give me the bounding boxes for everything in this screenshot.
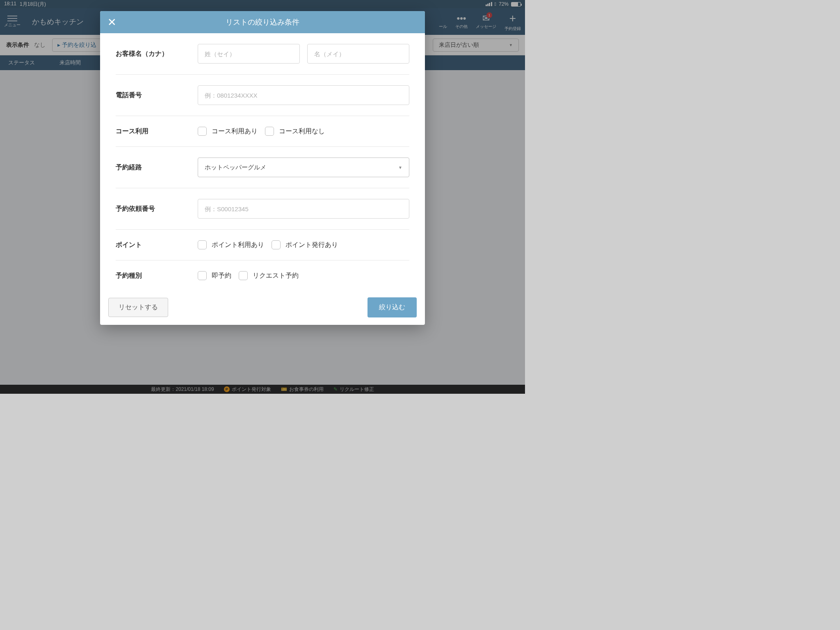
reset-button[interactable]: リセットする [108, 298, 168, 317]
checkbox-icon [198, 240, 207, 249]
row-customer-name: お客様名（カナ） [116, 33, 409, 75]
checkbox-icon [198, 271, 207, 280]
row-request-no: 予約依頼番号 [116, 188, 409, 230]
route-label: 予約経路 [116, 163, 198, 172]
course-label: コース利用 [116, 127, 198, 136]
course-yes-checkbox[interactable]: コース利用あり [198, 127, 258, 136]
type-instant-checkbox[interactable]: 即予約 [198, 271, 231, 280]
row-phone: 電話番号 [116, 75, 409, 116]
surname-input[interactable] [198, 44, 300, 64]
row-course: コース利用 コース利用あり コース利用なし [116, 116, 409, 147]
phone-input[interactable] [198, 85, 409, 105]
filter-modal: ✕ リストの絞り込み条件 お客様名（カナ） 電話番号 コース利用 コース利用あり [100, 11, 425, 325]
checkbox-icon [265, 127, 274, 136]
checkbox-icon [198, 127, 207, 136]
row-route: 予約経路 ホットペッパーグルメ [116, 147, 409, 188]
row-points: ポイント ポイント利用あり ポイント発行あり [116, 230, 409, 260]
modal-title: リストの絞り込み条件 [226, 17, 299, 27]
row-type: 予約種別 即予約 リクエスト予約 [116, 260, 409, 291]
checkbox-icon [239, 271, 248, 280]
points-label: ポイント [116, 241, 198, 249]
modal-body: お客様名（カナ） 電話番号 コース利用 コース利用あり コース利用なし [100, 33, 425, 291]
apply-button[interactable]: 絞り込む [368, 297, 417, 317]
checkbox-icon [272, 240, 281, 249]
request-no-input[interactable] [198, 199, 409, 219]
modal-header: ✕ リストの絞り込み条件 [100, 11, 425, 33]
type-label: 予約種別 [116, 272, 198, 280]
course-no-checkbox[interactable]: コース利用なし [265, 127, 325, 136]
close-button[interactable]: ✕ [107, 16, 116, 29]
type-request-checkbox[interactable]: リクエスト予約 [239, 271, 299, 280]
firstname-input[interactable] [307, 44, 409, 64]
points-issue-checkbox[interactable]: ポイント発行あり [272, 240, 338, 249]
modal-footer: リセットする 絞り込む [100, 291, 425, 325]
customer-name-label: お客様名（カナ） [116, 50, 198, 58]
route-select[interactable]: ホットペッパーグルメ [198, 158, 409, 177]
points-use-checkbox[interactable]: ポイント利用あり [198, 240, 264, 249]
request-no-label: 予約依頼番号 [116, 205, 198, 213]
phone-label: 電話番号 [116, 91, 198, 100]
